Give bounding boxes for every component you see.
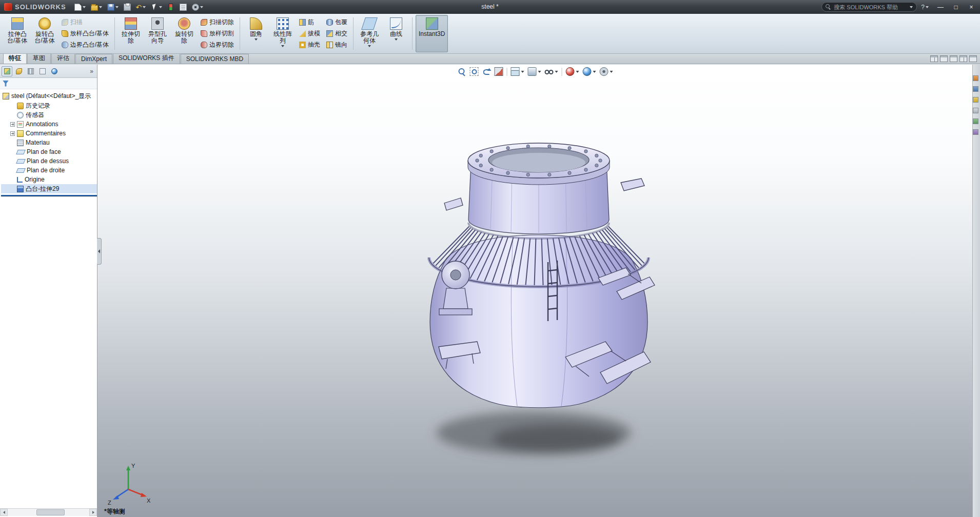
select-button[interactable] — [149, 2, 164, 13]
view-settings-button[interactable] — [599, 67, 613, 76]
help-button[interactable]: ? — [921, 4, 929, 11]
tree-item-top-plane[interactable]: Plan de dessus — [1, 156, 97, 166]
mirror-button[interactable]: 镜向 — [325, 41, 349, 49]
custom-properties-icon[interactable] — [973, 129, 978, 135]
rib-button[interactable]: 筋 — [298, 18, 322, 27]
panel-collapse-grip[interactable] — [97, 238, 102, 265]
shell-button[interactable]: 抽壳 — [298, 41, 322, 49]
sensors-icon — [17, 112, 24, 118]
tree-item-history[interactable]: 历史记录 — [1, 101, 97, 110]
extruded-cut-button[interactable]: 拉伸切 除 — [118, 15, 144, 52]
panel-overflow-button[interactable]: » — [90, 68, 95, 75]
tab-dimxpert[interactable]: DimXpert — [75, 54, 112, 64]
pane-option-button[interactable] — [950, 55, 957, 62]
edit-appearance-button[interactable] — [565, 67, 579, 76]
graphics-viewport[interactable]: Y X Z *等轴测 — [97, 65, 972, 517]
tab-solidworks-addins[interactable]: SOLIDWORKS 插件 — [113, 52, 180, 64]
search-input[interactable] — [834, 4, 907, 10]
design-library-icon[interactable] — [973, 86, 978, 92]
tree-item-boss-extrude29[interactable]: 凸台-拉伸29 — [1, 184, 97, 193]
lofted-cut-button[interactable]: 放样切割 — [199, 29, 236, 38]
close-button[interactable]: × — [964, 1, 979, 13]
rollback-bar[interactable] — [1, 195, 97, 196]
two-pane-view-button[interactable] — [940, 55, 948, 62]
model-3d-vessel[interactable] — [385, 131, 703, 490]
zoom-to-area-button[interactable] — [469, 67, 478, 76]
boss-base-group: 拉伸凸 台/基体 旋转凸 台/基体 扫描 放样凸台/基体 边界凸台/基体 — [3, 15, 112, 52]
rebuild-button[interactable] — [165, 2, 177, 13]
new-document-button[interactable] — [72, 2, 88, 13]
boundary-cut-button[interactable]: 边界切除 — [199, 41, 236, 49]
open-button[interactable] — [89, 2, 104, 13]
revolved-boss-base-button[interactable]: 旋转凸 台/基体 — [31, 15, 57, 52]
lofted-boss-icon — [62, 30, 68, 37]
swept-cut-button[interactable]: 扫描切除 — [199, 18, 236, 27]
tree-item-material[interactable]: Materiau — [1, 138, 97, 147]
wrap-button[interactable]: 包覆 — [325, 18, 349, 27]
print-button[interactable] — [122, 2, 133, 13]
single-pane-view-button[interactable] — [930, 55, 938, 62]
hide-show-items-button[interactable] — [544, 67, 558, 76]
revolved-cut-button[interactable]: 旋转切 除 — [171, 15, 197, 52]
tab-features[interactable]: 特征 — [3, 52, 27, 64]
reference-geometry-button[interactable]: 参考几 何体 — [357, 15, 382, 52]
undo-button[interactable]: ↶ — [134, 2, 148, 13]
scroll-left-arrow-icon[interactable] — [0, 509, 8, 516]
fillet-button[interactable]: 圆角 — [243, 15, 269, 52]
caret-icon — [576, 71, 579, 73]
dimxpertmanager-tab[interactable] — [37, 66, 48, 76]
apply-scene-button[interactable] — [582, 67, 596, 76]
tree-filter-bar[interactable] — [0, 78, 97, 89]
view-orientation-button[interactable] — [511, 67, 524, 76]
file-explorer-icon[interactable] — [973, 97, 978, 103]
tree-item-annotations[interactable]: Annotations — [1, 120, 97, 129]
tree-root-part[interactable]: steel (Défaut<<Défaut>_显示 — [1, 91, 97, 101]
tab-solidworks-mbd[interactable]: SOLIDWORKS MBD — [181, 54, 249, 64]
zoom-to-fit-button[interactable] — [457, 67, 466, 76]
hole-wizard-button[interactable]: 异型孔 向导 — [145, 15, 170, 52]
tab-evaluate[interactable]: 评估 — [51, 52, 75, 64]
scrollbar-thumb[interactable] — [36, 509, 65, 515]
linear-pattern-button[interactable]: 线性阵 列 — [270, 15, 296, 52]
view-palette-icon[interactable] — [973, 108, 978, 113]
search-box[interactable] — [821, 2, 917, 12]
draft-button[interactable]: 拔模 — [298, 29, 322, 38]
display-style-button[interactable] — [527, 67, 541, 76]
boundary-boss-button[interactable]: 边界凸台/基体 — [60, 41, 110, 49]
tree-item-comments[interactable]: Commentaires — [1, 129, 97, 138]
tree-item-right-plane[interactable]: Plan de droite — [1, 166, 97, 175]
options-button[interactable] — [190, 2, 205, 13]
tab-sketch[interactable]: 草图 — [27, 52, 51, 64]
previous-view-button[interactable] — [482, 67, 491, 76]
hole-wizard-icon — [151, 17, 164, 30]
displaymanager-tab[interactable] — [49, 66, 60, 76]
minimize-button[interactable]: — — [933, 1, 948, 13]
propertymanager-tab[interactable] — [13, 66, 24, 76]
intersect-button[interactable]: 相交 — [325, 29, 349, 38]
instant3d-button[interactable]: Instant3D — [416, 15, 448, 52]
extruded-boss-base-button[interactable]: 拉伸凸 台/基体 — [4, 15, 30, 52]
curves-button[interactable]: 曲线 — [383, 15, 409, 52]
tree-horizontal-scrollbar[interactable] — [0, 508, 97, 516]
tree-item-sensors[interactable]: 传感器 — [1, 110, 97, 120]
scroll-right-arrow-icon[interactable] — [89, 509, 97, 516]
features-group: 圆角 线性阵 列 筋 拔模 抽壳 包覆 相交 镜向 — [242, 15, 351, 52]
lofted-boss-button[interactable]: 放样凸台/基体 — [60, 29, 110, 38]
configurationmanager-tab[interactable] — [25, 66, 36, 76]
maximize-button[interactable]: □ — [948, 1, 964, 13]
featuremanager-tree-tab[interactable] — [2, 66, 12, 76]
expand-icon[interactable] — [10, 131, 15, 136]
expand-icon[interactable] — [10, 122, 15, 127]
pane-option-button[interactable] — [959, 55, 967, 62]
save-button[interactable] — [105, 2, 121, 13]
tree-item-origin[interactable]: Origine — [1, 175, 97, 184]
tree-item-front-plane[interactable]: Plan de face — [1, 147, 97, 156]
rib-icon — [299, 19, 306, 26]
swept-boss-button[interactable]: 扫描 — [60, 18, 110, 27]
search-scope-caret-icon[interactable] — [910, 6, 913, 8]
resources-home-icon[interactable] — [973, 75, 978, 81]
section-view-button[interactable] — [494, 67, 503, 76]
close-pane-button[interactable] — [969, 55, 977, 62]
appearances-scenes-icon[interactable] — [973, 118, 978, 124]
file-properties-button[interactable] — [178, 2, 189, 13]
